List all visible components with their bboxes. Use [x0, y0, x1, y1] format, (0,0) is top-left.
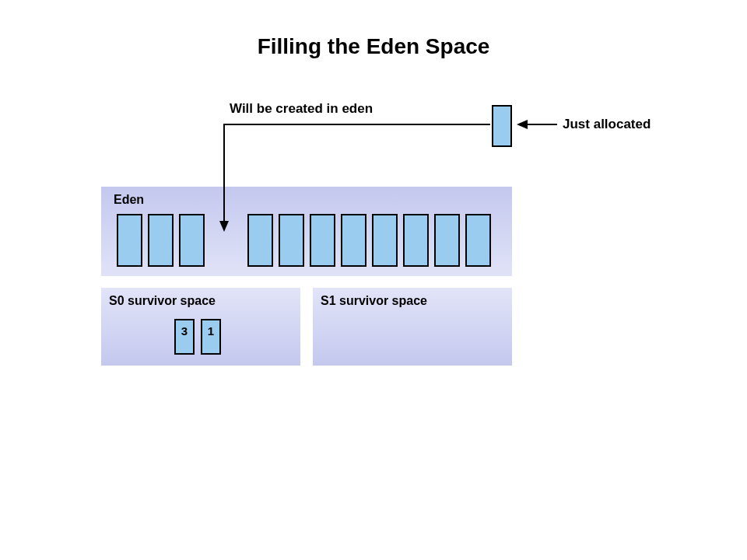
- s0-label: S0 survivor space: [109, 294, 216, 308]
- diagram-stage: Filling the Eden Space Will be created i…: [0, 0, 747, 560]
- page-title: Filling the Eden Space: [0, 34, 747, 59]
- eden-object: [148, 214, 174, 267]
- just-allocated-label: Just allocated: [563, 117, 651, 132]
- eden-object: [372, 214, 398, 267]
- allocated-object: [492, 105, 512, 147]
- eden-object: [279, 214, 304, 267]
- eden-object: [403, 214, 429, 267]
- eden-object: [434, 214, 460, 267]
- arrows-layer: [0, 0, 747, 560]
- eden-label: Eden: [114, 193, 144, 207]
- eden-object: [310, 214, 335, 267]
- created-in-eden-label: Will be created in eden: [230, 101, 373, 117]
- s1-label: S1 survivor space: [321, 294, 427, 308]
- eden-object: [247, 214, 273, 267]
- eden-object: [465, 214, 491, 267]
- s0-object: 1: [201, 319, 221, 355]
- eden-object: [341, 214, 366, 267]
- eden-object: [117, 214, 142, 267]
- eden-object: [179, 214, 205, 267]
- s0-object: 3: [174, 319, 195, 355]
